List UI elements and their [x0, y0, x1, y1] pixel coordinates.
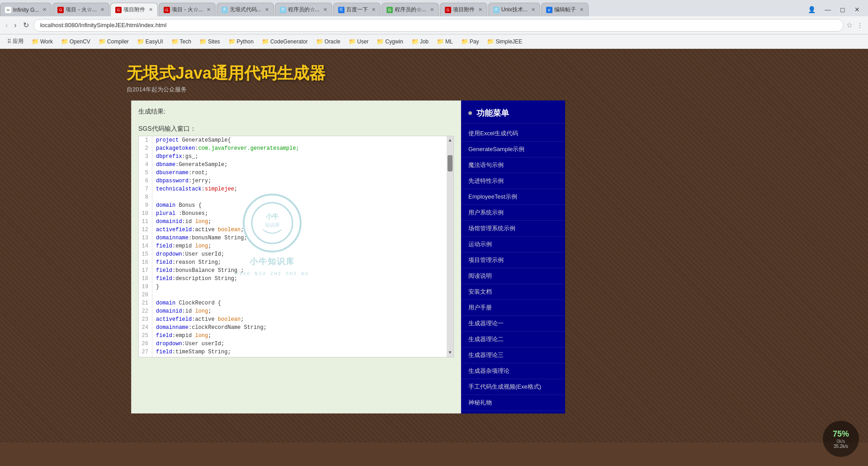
menu-list-item[interactable]: 使用Excel生成代码 [462, 126, 565, 142]
tab-close-attach2[interactable]: ✕ [478, 7, 482, 13]
tab-project1[interactable]: G 项目 - 火☆... ✕ [52, 3, 109, 16]
bookmark-ml[interactable]: 📁 ML [433, 37, 457, 46]
menu-list-item[interactable]: 场馆管理系统示例 [462, 221, 565, 237]
bookmark-simplejee[interactable]: 📁 SimpleJEE [483, 37, 526, 46]
menu-list-item[interactable]: 运动示例 [462, 237, 565, 252]
tab-editor[interactable]: e 编辑帖子 ✕ [541, 3, 589, 16]
line-content: dropdown:User userId; [156, 250, 449, 258]
menu-item-link-15[interactable]: 生成器杂项理论 [462, 363, 565, 379]
menu-item-link-16[interactable]: 手工代码生成视频(Exe格式) [462, 379, 565, 395]
tab-attach2[interactable]: G 项目附件 ✕ [440, 3, 487, 16]
menu-item-link-10[interactable]: 安装文档 [462, 284, 565, 300]
menu-item-link-7[interactable]: 运动示例 [462, 237, 565, 252]
tab-unix[interactable]: 犬 Unix技术... ✕ [488, 3, 540, 16]
tab-baidu[interactable]: 百 百度一下 ✕ [333, 3, 381, 16]
tab-close-project2[interactable]: ✕ [207, 7, 211, 13]
bookmark-easyui[interactable]: 📁 EasyUI [133, 37, 167, 46]
line-content: project GenerateSample{ [156, 136, 449, 144]
code-line: 16field:reason String; [139, 258, 453, 266]
menu-list-item[interactable]: GenerateSample示例 [462, 142, 565, 157]
scroll-thumb[interactable] [448, 155, 453, 171]
menu-item-link-5[interactable]: 用户系统示例 [462, 205, 565, 220]
tab-close-baidu[interactable]: ✕ [372, 7, 376, 13]
folder-icon-user: 📁 [349, 38, 356, 45]
close-button[interactable]: ✕ [852, 5, 863, 14]
back-button[interactable]: ‹ [4, 20, 9, 30]
tab-attachment[interactable]: G 项目附件 ✕ [110, 3, 158, 16]
menu-item-link-8[interactable]: 项目管理示例 [462, 252, 565, 268]
tab-close-editor[interactable]: ✕ [580, 7, 584, 13]
bookmark-star-icon[interactable]: ☆ [846, 21, 853, 29]
line-number: 14 [139, 242, 152, 250]
bookmark-oracle[interactable]: 📁 Oracle [312, 37, 344, 46]
bookmark-job[interactable]: 📁 Job [408, 37, 432, 46]
menu-item-link-11[interactable]: 用户手册 [462, 300, 565, 315]
menu-list-item[interactable]: 用户系统示例 [462, 205, 565, 221]
bookmark-label-simplejee: SimpleJEE [495, 38, 522, 45]
bookmark-tech[interactable]: 📁 Tech [168, 37, 195, 46]
tab-close-coder1[interactable]: ✕ [323, 7, 327, 13]
menu-item-link-9[interactable]: 阅读说明 [462, 268, 565, 284]
tab-close-project1[interactable]: ✕ [100, 7, 104, 13]
code-area[interactable]: 1project GenerateSample{2packagetoken:co… [138, 136, 454, 357]
tab-close-infinity[interactable]: ✕ [42, 7, 47, 13]
menu-item-link-14[interactable]: 生成器理论三 [462, 347, 565, 363]
tab-coder1[interactable]: 犬 程序员的☆... ✕ [275, 3, 332, 16]
speed-dial-percent: 75% [833, 429, 849, 439]
menu-list-item[interactable]: EmployeeTest示例 [462, 189, 565, 205]
account-icon[interactable]: 👤 [805, 5, 818, 14]
menu-list-item[interactable]: 安装文档 [462, 284, 565, 300]
menu-list-item[interactable]: 手工代码生成视频(Exe格式) [462, 379, 565, 395]
tab-close-wuyin[interactable]: ✕ [265, 7, 269, 13]
extensions-icon[interactable]: ⋮ [855, 22, 864, 29]
menu-item-link-13[interactable]: 生成器理论二 [462, 332, 565, 347]
menu-item-link-12[interactable]: 生成器理论一 [462, 316, 565, 331]
menu-item-link-3[interactable]: 先进特性示例 [462, 173, 565, 189]
bookmark-opencv[interactable]: 📁 OpenCV [57, 37, 94, 46]
menu-list-item[interactable]: 先进特性示例 [462, 173, 565, 189]
menu-list-item[interactable]: 生成器理论三 [462, 347, 565, 363]
menu-list-item[interactable]: 用户手册 [462, 300, 565, 316]
bookmark-sites[interactable]: 📁 Sites [196, 37, 224, 46]
menu-list-item[interactable]: 魔法语句示例 [462, 157, 565, 173]
bookmark-compiler[interactable]: 📁 Compiler [95, 37, 132, 46]
menu-list-item[interactable]: 神秘礼物 [462, 395, 565, 411]
apps-label: 应用 [13, 38, 24, 45]
bookmark-python[interactable]: 📁 Python [225, 37, 257, 46]
menu-item-link-1[interactable]: GenerateSample示例 [462, 142, 565, 157]
reload-button[interactable]: ↻ [21, 20, 31, 30]
menu-item-link-17[interactable]: 神秘礼物 [462, 395, 565, 410]
bookmark-pay[interactable]: 📁 Pay [458, 37, 483, 46]
bookmark-work[interactable]: 📁 Work [28, 37, 57, 46]
menu-item-link-4[interactable]: EmployeeTest示例 [462, 189, 565, 204]
tab-project2[interactable]: G 项目 - 火☆... ✕ [159, 3, 216, 16]
bookmark-codegen[interactable]: 📁 CodeGenerator [258, 37, 311, 46]
menu-list-item[interactable]: 生成器理论二 [462, 332, 565, 347]
scroll-up-arrow[interactable]: ▲ [448, 136, 452, 145]
bookmark-user[interactable]: 📁 User [345, 37, 372, 46]
minimize-button[interactable]: — [822, 5, 834, 14]
scroll-down-arrow[interactable]: ▼ [448, 348, 452, 357]
address-input[interactable] [33, 19, 844, 32]
tab-close-unix[interactable]: ✕ [531, 7, 535, 13]
tab-infinity[interactable]: ∞ Infinity G... ✕ [0, 3, 52, 16]
menu-list-item[interactable]: 项目管理示例 [462, 252, 565, 268]
menu-item-link-6[interactable]: 场馆管理系统示例 [462, 221, 565, 236]
tab-wuyin[interactable]: 犬 无垠式代码... ✕ [217, 3, 274, 16]
menu-item-link-0[interactable]: 使用Excel生成代码 [462, 126, 565, 141]
menu-list-item[interactable]: 阅读说明 [462, 268, 565, 284]
tab-close-coder2[interactable]: ✕ [430, 7, 434, 13]
scrollbar-right[interactable]: ▲ ▼ [447, 136, 453, 357]
maximize-button[interactable]: ◻ [837, 5, 848, 14]
apps-button[interactable]: ⠿ 应用 [4, 37, 27, 46]
menu-list-item[interactable]: 生成器理论一 [462, 316, 565, 332]
bookmark-cygwin[interactable]: 📁 Cygwin [373, 37, 406, 46]
menu-list-item[interactable]: 生成器杂项理论 [462, 363, 565, 379]
line-content: } [156, 283, 449, 291]
code-line: 8 [139, 193, 453, 201]
tab-coder2[interactable]: G 程序员的☆... ✕ [382, 3, 439, 16]
tab-close-attachment[interactable]: ✕ [149, 7, 153, 13]
menu-item-link-2[interactable]: 魔法语句示例 [462, 157, 565, 173]
code-line: 4dbname:GenerateSample; [139, 161, 453, 169]
forward-button[interactable]: › [12, 20, 18, 30]
